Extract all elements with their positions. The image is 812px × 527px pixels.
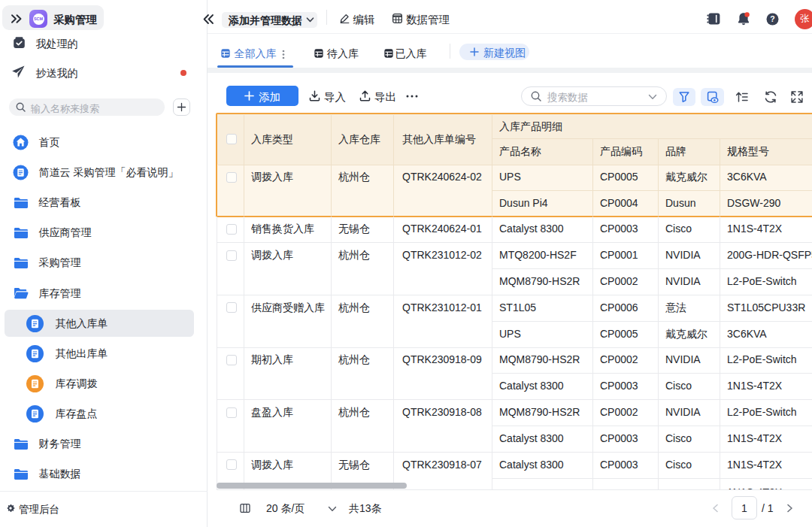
svg-text:?: ? [770,14,774,23]
